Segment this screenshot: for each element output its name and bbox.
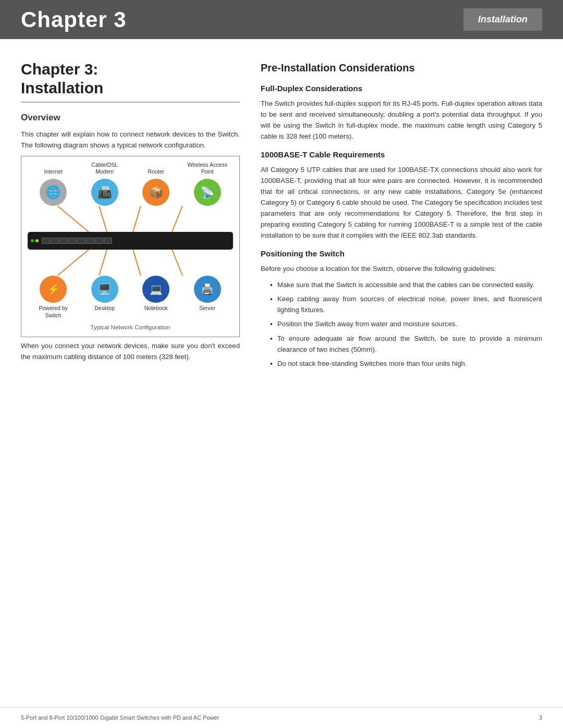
svg-line-0 — [57, 206, 89, 232]
pre-installation-heading: Pre-Installation Considerations — [261, 60, 542, 76]
header-chapter-label: Chapter 3 — [21, 3, 127, 36]
chapter-title-line1: Chapter 3: — [21, 60, 98, 78]
cable-req-body: All Category 5 UTP cables that are used … — [261, 164, 542, 241]
page-header: Chapter 3 Installation — [0, 0, 563, 39]
right-column: Pre-Installation Considerations Full-Dup… — [261, 60, 542, 373]
icon-powered-switch: ⚡ Powered bySwitch — [32, 276, 74, 319]
positioning-intro: Before you choose a location for the Swi… — [261, 263, 542, 274]
network-diagram: Internet Cable/DSLModem Router Wireless … — [21, 156, 240, 337]
port-4 — [68, 238, 77, 244]
bullet-4: To ensure adequate air flow around the S… — [270, 333, 542, 355]
led-2 — [35, 239, 39, 242]
label-modem: Cable/DSLModem — [84, 162, 126, 178]
bullet-5: Do not stack free-standing Switches more… — [270, 358, 542, 369]
footer-left-text: 5-Port and 8-Port 10/100/1000 Gigabit Sm… — [21, 713, 219, 722]
svg-line-6 — [133, 250, 141, 276]
title-divider — [21, 102, 240, 103]
bullet-3: Position the Switch away from water and … — [270, 318, 542, 329]
icon-modem: 📠 — [84, 179, 126, 206]
wap-icon: 📡 — [194, 179, 221, 206]
switch-device — [28, 232, 233, 250]
icon-wap: 📡 — [187, 179, 228, 206]
router-icon: 📦 — [142, 179, 169, 206]
port-3 — [59, 238, 68, 244]
port-2 — [51, 238, 59, 244]
top-lines-svg — [28, 206, 233, 232]
switch-ports — [42, 238, 112, 244]
full-duplex-body: The Switch provides full-duplex support … — [261, 98, 542, 142]
internet-icon: 🌐 — [40, 179, 67, 206]
icon-internet: 🌐 — [32, 179, 74, 206]
bullet-2: Keep cabling away from sources of electr… — [270, 293, 542, 315]
page-footer: 5-Port and 8-Port 10/100/1000 Gigabit Sm… — [0, 707, 563, 728]
positioning-heading: Positioning the Switch — [261, 248, 542, 260]
chapter-title-line2: Installation — [21, 79, 103, 96]
content-area: Chapter 3: Installation Overview This ch… — [0, 39, 563, 389]
port-8 — [104, 238, 112, 244]
icon-server: 🖨️ Server — [187, 276, 228, 312]
svg-line-3 — [172, 206, 182, 232]
icon-notebook: 💻 Notebook — [135, 276, 177, 312]
top-icons: 🌐 📠 📦 📡 — [28, 179, 233, 206]
footer-page-number: 3 — [539, 713, 542, 722]
svg-line-5 — [99, 250, 107, 276]
powered-switch-icon: ⚡ — [40, 276, 67, 303]
after-diagram-text: When you connect your network devices, m… — [21, 340, 240, 362]
led-1 — [31, 239, 34, 242]
cable-req-heading: 1000BASE-T Cable Requirements — [261, 149, 542, 161]
desktop-icon: 🖥️ — [91, 276, 118, 303]
port-1 — [42, 238, 50, 244]
port-6 — [86, 238, 94, 244]
modem-icon: 📠 — [91, 179, 118, 206]
top-labels: Internet Cable/DSLModem Router Wireless … — [28, 162, 233, 178]
icon-desktop: 🖥️ Desktop — [84, 276, 126, 312]
full-duplex-heading: Full-Duplex Considerations — [261, 83, 542, 95]
positioning-bullets: Make sure that the Switch is accessible … — [270, 279, 542, 369]
port-7 — [95, 238, 103, 244]
overview-body: This chapter will explain how to connect… — [21, 129, 240, 151]
chapter-title: Chapter 3: Installation — [21, 60, 240, 97]
label-internet: Internet — [32, 168, 74, 178]
server-icon: 🖨️ — [194, 276, 221, 303]
label-wap: Wireless AccessPoint — [187, 162, 228, 178]
overview-heading: Overview — [21, 111, 240, 125]
header-section-label: Installation — [463, 8, 542, 31]
label-router: Router — [135, 168, 177, 178]
svg-line-7 — [172, 250, 182, 276]
bottom-lines-svg — [28, 250, 233, 276]
switch-leds — [31, 239, 39, 242]
svg-line-1 — [99, 206, 107, 232]
svg-line-4 — [57, 250, 89, 276]
diagram-caption: Typical Network Configuration — [28, 323, 233, 332]
left-column: Chapter 3: Installation Overview This ch… — [21, 60, 240, 373]
icon-router: 📦 — [135, 179, 177, 206]
notebook-icon: 💻 — [142, 276, 169, 303]
bullet-1: Make sure that the Switch is accessible … — [270, 279, 542, 290]
port-5 — [77, 238, 85, 244]
svg-line-2 — [133, 206, 141, 232]
bottom-icons: ⚡ Powered bySwitch 🖥️ Desktop 💻 Notebook… — [28, 276, 233, 319]
